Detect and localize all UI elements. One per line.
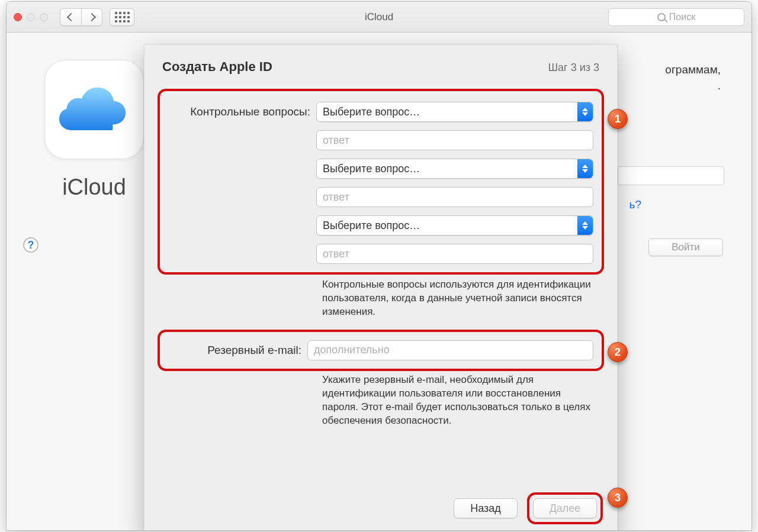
stepper-arrows-icon bbox=[577, 102, 593, 121]
search-icon bbox=[657, 13, 666, 21]
questions-label: Контрольные вопросы: bbox=[168, 105, 316, 118]
rescue-email-input[interactable]: дополнительно bbox=[307, 340, 593, 360]
answer-input-1[interactable]: ответ bbox=[316, 130, 593, 150]
question-select-3[interactable]: Выберите вопрос… bbox=[316, 215, 593, 236]
zoom-icon bbox=[40, 13, 48, 21]
sheet-header: Создать Apple ID Шаг 3 из 3 bbox=[144, 45, 617, 80]
login-button[interactable]: Войти bbox=[648, 238, 723, 256]
select-text: Выберите вопрос… bbox=[323, 163, 420, 175]
background-text: ограммам, . bbox=[665, 62, 721, 93]
select-text: Выберите вопрос… bbox=[323, 106, 420, 118]
grid-icon bbox=[115, 12, 130, 22]
forgot-link[interactable]: ь? bbox=[629, 198, 641, 211]
highlight-box-2: Резервный e-mail: дополнительно bbox=[158, 330, 604, 371]
show-all-button[interactable] bbox=[110, 8, 134, 26]
prefs-window: iCloud Поиск iCloud bbox=[6, 1, 752, 531]
select-text: Выберите вопрос… bbox=[323, 220, 420, 232]
rescue-email-label: Резервный e-mail: bbox=[168, 344, 307, 357]
questions-hint: Контрольные вопросы используются для иде… bbox=[322, 278, 593, 319]
search-placeholder: Поиск bbox=[669, 12, 695, 22]
create-appleid-sheet: Создать Apple ID Шаг 3 из 3 Контрольные … bbox=[144, 44, 618, 531]
minimize-icon bbox=[27, 13, 35, 21]
nav-buttons bbox=[60, 8, 102, 26]
forward-button[interactable] bbox=[81, 8, 102, 26]
stepper-arrows-icon bbox=[577, 159, 593, 178]
question-select-1[interactable]: Выберите вопрос… bbox=[316, 102, 593, 122]
next-button[interactable]: Далее bbox=[533, 498, 597, 518]
window-controls bbox=[14, 13, 48, 21]
window-body: iCloud ? ограммам, . ь? Войти Создать Ap… bbox=[7, 33, 751, 530]
highlight-box-1: Контрольные вопросы: Выберите вопрос… от… bbox=[158, 89, 604, 275]
background-field[interactable] bbox=[618, 166, 724, 185]
close-icon[interactable] bbox=[14, 13, 22, 21]
icloud-sidebar: iCloud bbox=[41, 60, 147, 200]
answer-input-3[interactable]: ответ bbox=[316, 244, 593, 264]
stepper-arrows-icon bbox=[577, 216, 593, 235]
titlebar: iCloud Поиск bbox=[7, 2, 751, 33]
icloud-label: iCloud bbox=[41, 175, 147, 200]
callout-3: 3 bbox=[608, 488, 628, 508]
step-indicator: Шаг 3 из 3 bbox=[548, 62, 599, 75]
bg-line1: ограммам, bbox=[665, 63, 721, 76]
help-button[interactable]: ? bbox=[23, 237, 38, 253]
icloud-icon-tile bbox=[44, 60, 144, 159]
bg-line2: . bbox=[718, 79, 721, 92]
highlight-box-3: Далее bbox=[527, 492, 603, 524]
search-input[interactable]: Поиск bbox=[608, 8, 744, 26]
callout-1: 1 bbox=[608, 109, 628, 129]
cloud-icon bbox=[59, 83, 130, 136]
back-button[interactable] bbox=[60, 8, 81, 26]
question-select-2[interactable]: Выберите вопрос… bbox=[316, 159, 593, 179]
sheet-title: Создать Apple ID bbox=[162, 59, 272, 75]
back-button-sheet[interactable]: Назад bbox=[454, 498, 518, 518]
sheet-buttons: Назад Далее bbox=[454, 492, 603, 524]
chevron-right-icon bbox=[88, 12, 96, 21]
chevron-left-icon bbox=[66, 12, 75, 21]
answer-input-2[interactable]: ответ bbox=[316, 187, 593, 207]
rescue-hint: Укажите резервный e-mail, необходимый дл… bbox=[322, 373, 593, 428]
callout-2: 2 bbox=[608, 342, 628, 362]
